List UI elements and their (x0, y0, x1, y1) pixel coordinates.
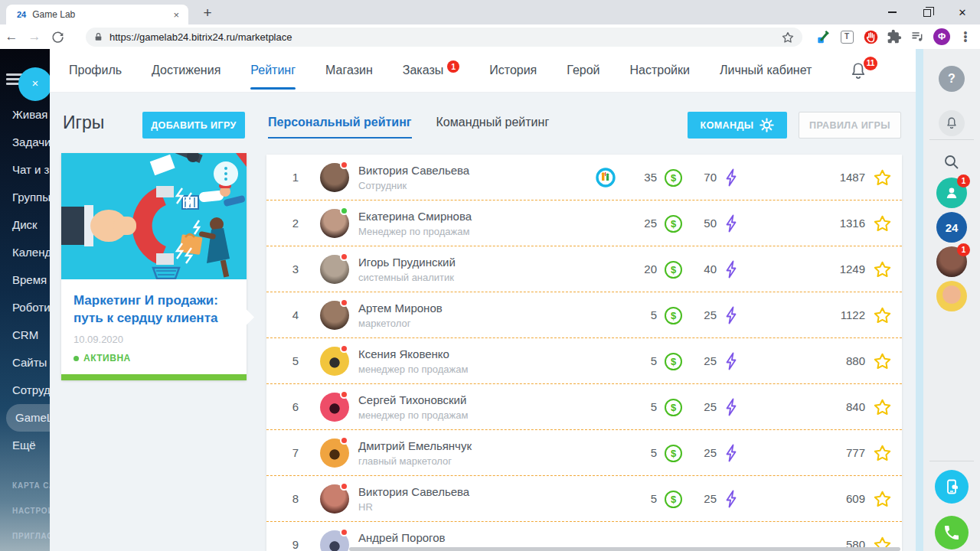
rating-row[interactable]: 4 Артем Миронов маркетолог 5 $ 25 1122 (266, 292, 902, 338)
sidebar-item[interactable]: Время и отчеты (0, 266, 50, 294)
sidebar-item[interactable]: Календарь (0, 239, 50, 266)
browser-menu-icon[interactable]: ••• (957, 28, 974, 45)
notifications-bell[interactable]: 11 (848, 61, 871, 84)
reload-icon[interactable] (46, 31, 69, 44)
back-icon[interactable]: ← (0, 29, 23, 44)
puzzle-extensions-icon[interactable] (886, 28, 903, 45)
mobile-app-button[interactable] (935, 470, 969, 504)
adblock-hand-icon[interactable] (862, 28, 879, 45)
page-nav-item[interactable]: Магазин (325, 49, 373, 92)
rating-row[interactable]: 8 Виктория Савельева HR 5 $ 25 609 (266, 476, 902, 522)
user-role: главный маркетолог (358, 455, 452, 467)
rating-row[interactable]: 5 Ксения Яковенко менеджер по продажам 5… (266, 338, 902, 384)
search-button[interactable] (939, 149, 965, 175)
rating-row[interactable]: 7 Дмитрий Емельянчук главный маркетолог … (266, 430, 902, 476)
game-card-illustration (61, 153, 247, 279)
game-card[interactable]: Маркетинг И продажи: путь к сердцу клиен… (61, 153, 247, 380)
game-title[interactable]: Маркетинг И продажи: путь к сердцу клиен… (74, 292, 236, 327)
sidebar-footer-item[interactable]: КАРТА САЙТА (0, 473, 50, 498)
page-nav-item[interactable]: Заказы 1 (403, 49, 459, 92)
rating-row[interactable]: 1 Виктория Савельева Сотрудник 35 $ 70 1… (266, 155, 902, 201)
rating-row[interactable]: 2 Екатерина Смирнова Менеджер по продажа… (266, 201, 902, 246)
rating-row[interactable]: 3 Игорь Прудинский системный аналитик 20… (266, 246, 902, 292)
sidebar-item[interactable]: Роботизация (0, 294, 50, 321)
page-nav-item[interactable]: Настройки (630, 49, 690, 92)
teams-button[interactable]: КОМАНДЫ (688, 112, 787, 139)
contacts-button[interactable]: 1 (936, 178, 967, 208)
phi-extension-icon[interactable]: Ф (933, 28, 950, 45)
rating-board: 1 Виктория Савельева Сотрудник 35 $ 70 1… (266, 155, 902, 551)
page-nav-item[interactable]: Рейтинг (250, 49, 296, 92)
dock-bell-button[interactable] (939, 110, 965, 136)
sidebar-item[interactable]: Ещё (0, 432, 50, 459)
url-text: https://gamelab24.bitrix24.ru/marketplac… (109, 31, 781, 43)
bitrix24-button[interactable]: 24 (936, 212, 967, 243)
sidebar-item[interactable]: GameLab (6, 404, 50, 432)
gear-icon (760, 118, 774, 132)
game-rules-button[interactable]: ПРАВИЛА ИГРЫ (799, 112, 901, 139)
energy-bolt-icon (723, 168, 741, 187)
page-nav-item[interactable]: Достижения (152, 49, 220, 92)
user-name: Ксения Яковенко (358, 347, 449, 360)
sidebar-item[interactable]: Задачи (0, 129, 50, 156)
forward-icon[interactable]: → (23, 29, 46, 44)
star-icon (873, 352, 892, 371)
browser-tab[interactable]: 24 Game Lab × (6, 5, 188, 24)
dock-user-avatar-cartoon[interactable] (936, 281, 967, 311)
dock-user-avatar[interactable]: 1 (936, 246, 967, 277)
user-name: Андрей Порогов (358, 531, 446, 544)
tab-close-icon[interactable]: × (170, 9, 182, 21)
close-button[interactable]: ✕ (945, 0, 980, 24)
sidebar-footer: КАРТА САЙТА НАСТРОИТЬ МЕНЮ ПРИГЛАСИТЬ СО… (0, 473, 50, 549)
sidebar-footer-item[interactable]: ПРИГЛАСИТЬ СОТРУДНИКОВ (0, 523, 50, 549)
phone-call-button[interactable] (935, 516, 969, 549)
user-name: Артем Миронов (358, 302, 443, 315)
playlist-icon[interactable] (910, 28, 926, 45)
panel-edge-strip[interactable] (916, 49, 923, 551)
eyedropper-icon[interactable] (815, 28, 831, 45)
help-button[interactable]: ? (939, 66, 965, 92)
user-name: Дмитрий Емельянчук (358, 439, 472, 452)
sidebar-item[interactable]: Живая лента (0, 101, 50, 129)
rating-row[interactable]: 6 Сергей Тихоновский менеджер по продажа… (266, 384, 902, 430)
money-value: 5 (615, 338, 657, 384)
url-bar[interactable]: https://gamelab24.bitrix24.ru/marketplac… (86, 28, 802, 47)
page-nav-item[interactable]: Профиль (69, 49, 122, 92)
sidebar-item[interactable]: Диск (0, 211, 50, 239)
page-nav-item[interactable]: Герой (567, 49, 599, 92)
rating-tab[interactable]: Командный рейтинг (436, 116, 550, 139)
text-tool-icon[interactable]: T (838, 28, 855, 45)
stars-value: 1487 (804, 155, 865, 201)
extension-icons: T Ф ••• (815, 24, 974, 49)
energy-value: 25 (675, 476, 717, 522)
page-nav-item[interactable]: История (489, 49, 537, 92)
rank-number: 9 (285, 522, 306, 551)
sidebar-item[interactable]: Чат и звонки (0, 156, 50, 184)
new-tab-button[interactable]: + (198, 3, 217, 23)
rating-tabs: Персональный рейтинг Командный рейтинг (268, 116, 573, 139)
bookmark-star-icon[interactable] (781, 31, 795, 44)
sidebar-item[interactable]: CRM (0, 321, 50, 349)
sidebar-item[interactable]: Сайты (0, 349, 50, 377)
card-menu-dots-icon[interactable] (214, 161, 238, 186)
money-value: 20 (615, 246, 657, 292)
avatar-badge: 1 (957, 243, 970, 256)
page-nav-item[interactable]: Личный кабинет (720, 49, 812, 92)
sidebar-close-button[interactable]: × (18, 67, 50, 101)
add-game-button[interactable]: ДОБАВИТЬ ИГРУ (142, 112, 245, 139)
sidebar-menu: Живая лента Задачи Чат и звонки Группы Д… (0, 101, 50, 459)
game-status-badge: АКТИВНА (74, 353, 236, 364)
sidebar-item[interactable]: Группы (0, 184, 50, 211)
star-icon (873, 398, 892, 417)
sidebar-item[interactable]: Сотрудники (0, 377, 50, 404)
restore-button[interactable] (910, 0, 945, 24)
sidebar-footer-item[interactable]: НАСТРОИТЬ МЕНЮ (0, 498, 50, 523)
minimize-button[interactable] (874, 0, 910, 24)
user-role: системный аналитик (358, 272, 454, 283)
horizontal-scrollbar[interactable] (349, 547, 900, 551)
star-icon (873, 444, 892, 463)
energy-value: 40 (675, 246, 717, 292)
bell-badge: 11 (864, 57, 877, 70)
rating-tab[interactable]: Персональный рейтинг (268, 116, 412, 139)
lock-icon (93, 32, 103, 42)
